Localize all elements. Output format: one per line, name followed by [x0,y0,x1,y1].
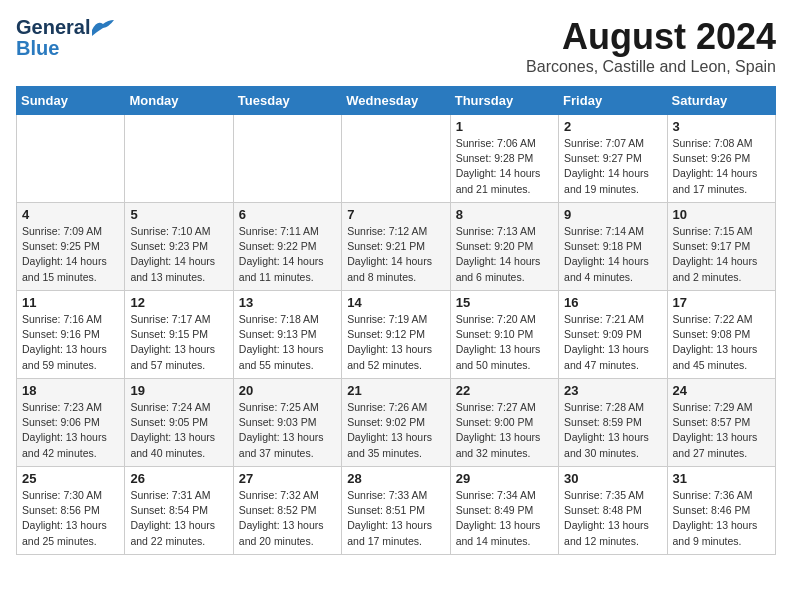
day-number: 9 [564,207,661,222]
day-number: 20 [239,383,336,398]
logo: General Blue [16,16,114,60]
day-info: Sunrise: 7:30 AM Sunset: 8:56 PM Dayligh… [22,488,119,549]
calendar-cell [342,115,450,203]
calendar-cell: 24Sunrise: 7:29 AM Sunset: 8:57 PM Dayli… [667,379,775,467]
day-number: 29 [456,471,553,486]
calendar-cell: 10Sunrise: 7:15 AM Sunset: 9:17 PM Dayli… [667,203,775,291]
day-number: 18 [22,383,119,398]
calendar-cell: 2Sunrise: 7:07 AM Sunset: 9:27 PM Daylig… [559,115,667,203]
calendar-cell: 19Sunrise: 7:24 AM Sunset: 9:05 PM Dayli… [125,379,233,467]
day-number: 22 [456,383,553,398]
day-info: Sunrise: 7:24 AM Sunset: 9:05 PM Dayligh… [130,400,227,461]
calendar-cell [125,115,233,203]
calendar-cell: 9Sunrise: 7:14 AM Sunset: 9:18 PM Daylig… [559,203,667,291]
logo-bird-icon [92,20,114,36]
calendar-table: SundayMondayTuesdayWednesdayThursdayFrid… [16,86,776,555]
day-info: Sunrise: 7:17 AM Sunset: 9:15 PM Dayligh… [130,312,227,373]
weekday-header-thursday: Thursday [450,87,558,115]
calendar-cell: 22Sunrise: 7:27 AM Sunset: 9:00 PM Dayli… [450,379,558,467]
day-info: Sunrise: 7:27 AM Sunset: 9:00 PM Dayligh… [456,400,553,461]
calendar-cell: 21Sunrise: 7:26 AM Sunset: 9:02 PM Dayli… [342,379,450,467]
calendar-header-row: SundayMondayTuesdayWednesdayThursdayFrid… [17,87,776,115]
day-number: 17 [673,295,770,310]
day-info: Sunrise: 7:34 AM Sunset: 8:49 PM Dayligh… [456,488,553,549]
title-section: August 2024 Barcones, Castille and Leon,… [526,16,776,76]
calendar-cell: 23Sunrise: 7:28 AM Sunset: 8:59 PM Dayli… [559,379,667,467]
weekday-header-tuesday: Tuesday [233,87,341,115]
calendar-cell [233,115,341,203]
day-info: Sunrise: 7:35 AM Sunset: 8:48 PM Dayligh… [564,488,661,549]
day-info: Sunrise: 7:26 AM Sunset: 9:02 PM Dayligh… [347,400,444,461]
weekday-header-wednesday: Wednesday [342,87,450,115]
day-number: 27 [239,471,336,486]
day-number: 11 [22,295,119,310]
calendar-cell: 3Sunrise: 7:08 AM Sunset: 9:26 PM Daylig… [667,115,775,203]
day-info: Sunrise: 7:06 AM Sunset: 9:28 PM Dayligh… [456,136,553,197]
calendar-cell: 4Sunrise: 7:09 AM Sunset: 9:25 PM Daylig… [17,203,125,291]
calendar-cell: 5Sunrise: 7:10 AM Sunset: 9:23 PM Daylig… [125,203,233,291]
day-number: 10 [673,207,770,222]
calendar-cell: 17Sunrise: 7:22 AM Sunset: 9:08 PM Dayli… [667,291,775,379]
calendar-cell: 20Sunrise: 7:25 AM Sunset: 9:03 PM Dayli… [233,379,341,467]
weekday-header-saturday: Saturday [667,87,775,115]
weekday-header-monday: Monday [125,87,233,115]
day-number: 5 [130,207,227,222]
day-info: Sunrise: 7:29 AM Sunset: 8:57 PM Dayligh… [673,400,770,461]
day-number: 4 [22,207,119,222]
day-info: Sunrise: 7:10 AM Sunset: 9:23 PM Dayligh… [130,224,227,285]
day-number: 6 [239,207,336,222]
calendar-week-row: 25Sunrise: 7:30 AM Sunset: 8:56 PM Dayli… [17,467,776,555]
day-number: 13 [239,295,336,310]
calendar-cell: 16Sunrise: 7:21 AM Sunset: 9:09 PM Dayli… [559,291,667,379]
day-number: 14 [347,295,444,310]
calendar-cell: 15Sunrise: 7:20 AM Sunset: 9:10 PM Dayli… [450,291,558,379]
day-number: 19 [130,383,227,398]
day-info: Sunrise: 7:36 AM Sunset: 8:46 PM Dayligh… [673,488,770,549]
calendar-cell: 31Sunrise: 7:36 AM Sunset: 8:46 PM Dayli… [667,467,775,555]
logo-blue: Blue [16,37,59,60]
calendar-cell: 30Sunrise: 7:35 AM Sunset: 8:48 PM Dayli… [559,467,667,555]
calendar-week-row: 18Sunrise: 7:23 AM Sunset: 9:06 PM Dayli… [17,379,776,467]
day-info: Sunrise: 7:23 AM Sunset: 9:06 PM Dayligh… [22,400,119,461]
day-number: 25 [22,471,119,486]
day-number: 21 [347,383,444,398]
day-info: Sunrise: 7:18 AM Sunset: 9:13 PM Dayligh… [239,312,336,373]
day-info: Sunrise: 7:28 AM Sunset: 8:59 PM Dayligh… [564,400,661,461]
day-info: Sunrise: 7:20 AM Sunset: 9:10 PM Dayligh… [456,312,553,373]
day-info: Sunrise: 7:33 AM Sunset: 8:51 PM Dayligh… [347,488,444,549]
calendar-cell: 11Sunrise: 7:16 AM Sunset: 9:16 PM Dayli… [17,291,125,379]
calendar-cell: 7Sunrise: 7:12 AM Sunset: 9:21 PM Daylig… [342,203,450,291]
day-number: 28 [347,471,444,486]
calendar-cell: 12Sunrise: 7:17 AM Sunset: 9:15 PM Dayli… [125,291,233,379]
calendar-week-row: 11Sunrise: 7:16 AM Sunset: 9:16 PM Dayli… [17,291,776,379]
page-header: General Blue August 2024 Barcones, Casti… [16,16,776,76]
day-number: 23 [564,383,661,398]
day-info: Sunrise: 7:11 AM Sunset: 9:22 PM Dayligh… [239,224,336,285]
weekday-header-friday: Friday [559,87,667,115]
weekday-header-sunday: Sunday [17,87,125,115]
day-number: 16 [564,295,661,310]
day-info: Sunrise: 7:16 AM Sunset: 9:16 PM Dayligh… [22,312,119,373]
day-info: Sunrise: 7:22 AM Sunset: 9:08 PM Dayligh… [673,312,770,373]
calendar-cell: 26Sunrise: 7:31 AM Sunset: 8:54 PM Dayli… [125,467,233,555]
calendar-cell: 28Sunrise: 7:33 AM Sunset: 8:51 PM Dayli… [342,467,450,555]
day-info: Sunrise: 7:08 AM Sunset: 9:26 PM Dayligh… [673,136,770,197]
logo-general: General [16,16,90,39]
day-info: Sunrise: 7:32 AM Sunset: 8:52 PM Dayligh… [239,488,336,549]
calendar-cell: 18Sunrise: 7:23 AM Sunset: 9:06 PM Dayli… [17,379,125,467]
day-number: 26 [130,471,227,486]
month-year-title: August 2024 [526,16,776,58]
day-number: 15 [456,295,553,310]
day-info: Sunrise: 7:12 AM Sunset: 9:21 PM Dayligh… [347,224,444,285]
calendar-cell: 1Sunrise: 7:06 AM Sunset: 9:28 PM Daylig… [450,115,558,203]
calendar-cell: 6Sunrise: 7:11 AM Sunset: 9:22 PM Daylig… [233,203,341,291]
day-number: 12 [130,295,227,310]
calendar-week-row: 1Sunrise: 7:06 AM Sunset: 9:28 PM Daylig… [17,115,776,203]
location-subtitle: Barcones, Castille and Leon, Spain [526,58,776,76]
day-info: Sunrise: 7:31 AM Sunset: 8:54 PM Dayligh… [130,488,227,549]
day-info: Sunrise: 7:19 AM Sunset: 9:12 PM Dayligh… [347,312,444,373]
day-number: 1 [456,119,553,134]
day-info: Sunrise: 7:21 AM Sunset: 9:09 PM Dayligh… [564,312,661,373]
calendar-cell: 27Sunrise: 7:32 AM Sunset: 8:52 PM Dayli… [233,467,341,555]
calendar-week-row: 4Sunrise: 7:09 AM Sunset: 9:25 PM Daylig… [17,203,776,291]
